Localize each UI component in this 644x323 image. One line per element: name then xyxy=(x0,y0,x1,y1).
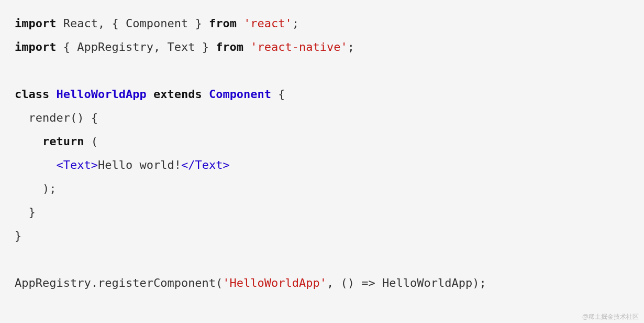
line-1: import React, { Component } from 'react'… xyxy=(15,17,299,30)
keyword-from: from xyxy=(216,40,243,53)
identifiers: { AppRegistry, Text } xyxy=(56,40,216,53)
jsx-close-tag: </Text> xyxy=(181,158,230,171)
keyword-extends: extends xyxy=(153,88,202,101)
line-12: AppRegistry.registerComponent('HelloWorl… xyxy=(15,276,486,289)
jsx-open-tag: <Text> xyxy=(56,158,97,171)
super-class: Component xyxy=(209,88,271,101)
jsx-text: Hello world! xyxy=(98,158,181,171)
keyword-return: return xyxy=(42,135,84,148)
keyword-import: import xyxy=(15,40,56,53)
line-6: return ( xyxy=(15,135,98,148)
line-9: } xyxy=(15,206,36,219)
line-7: <Text>Hello world!</Text> xyxy=(15,158,230,171)
identifiers: React, { Component } xyxy=(56,17,208,30)
line-4: class HelloWorldApp extends Component { xyxy=(15,88,285,101)
string-app-name: 'HelloWorldApp' xyxy=(223,276,327,289)
string-react-native: 'react-native' xyxy=(250,40,347,53)
watermark: @稀土掘金技术社区 xyxy=(582,314,639,320)
line-5: render() { xyxy=(15,111,98,124)
string-react: 'react' xyxy=(243,17,292,30)
line-8: ); xyxy=(15,182,56,195)
keyword-import: import xyxy=(15,17,56,30)
line-10: } xyxy=(15,229,21,242)
class-name: HelloWorldApp xyxy=(56,88,146,101)
code-block: import React, { Component } from 'react'… xyxy=(15,12,629,295)
line-2: import { AppRegistry, Text } from 'react… xyxy=(15,40,354,53)
keyword-class: class xyxy=(15,88,49,101)
keyword-from: from xyxy=(209,17,237,30)
